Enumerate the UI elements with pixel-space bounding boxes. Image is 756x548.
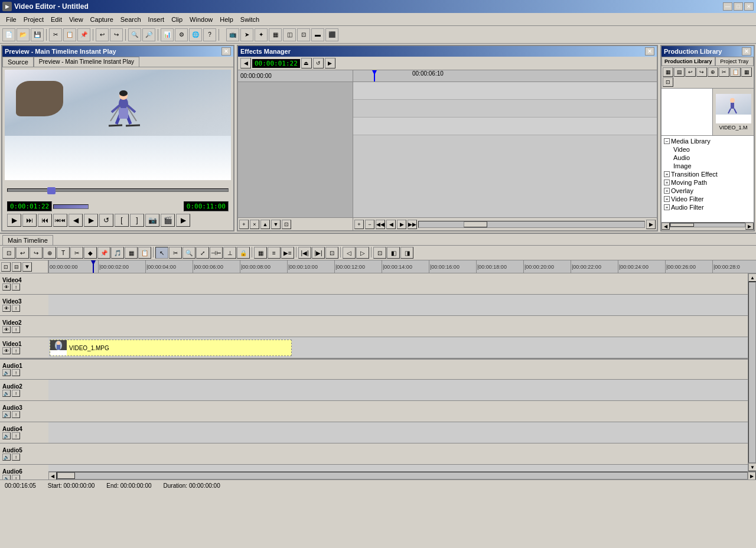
snapshot-button[interactable]: 📷: [145, 214, 159, 227]
tl-split-btn[interactable]: ⊥: [223, 247, 236, 259]
tl-btn-1[interactable]: ⊡: [2, 247, 15, 259]
effects-scroll-prev-btn[interactable]: ◀◀: [376, 220, 385, 229]
track-eye-video2[interactable]: 👁: [2, 326, 11, 333]
track-warn-audio6[interactable]: !: [12, 475, 20, 480]
tab-preview[interactable]: Preview - Main Timeline Instant Play: [34, 57, 139, 67]
new-button[interactable]: 📄: [2, 28, 15, 41]
tl-btn-6[interactable]: ✂: [70, 247, 83, 259]
track-warn-video1[interactable]: !: [12, 347, 20, 354]
track-spk-audio1[interactable]: 🔊: [2, 369, 11, 376]
mark-in-button[interactable]: [: [115, 214, 129, 227]
tab-production-library[interactable]: Production Library: [662, 57, 715, 66]
tl-btn-10[interactable]: ▦: [125, 247, 138, 259]
toolbar-r5[interactable]: ◫: [283, 28, 296, 41]
tl-snap2[interactable]: |▶|: [312, 247, 325, 259]
track-warn-video2[interactable]: !: [12, 326, 20, 333]
video-clip-video1[interactable]: VIDEO_1.MPG: [50, 340, 292, 356]
menu-capture[interactable]: Capture: [87, 15, 117, 24]
hscroll-left-btn[interactable]: ◀: [48, 472, 57, 480]
effects-eject-btn[interactable]: ⏏: [301, 58, 312, 68]
track-spk-audio6[interactable]: 🔊: [2, 475, 11, 480]
tl-zoom-btn[interactable]: 🔍: [183, 247, 195, 259]
maximize-button[interactable]: □: [734, 2, 743, 11]
track-warn-video4[interactable]: !: [12, 283, 20, 291]
tl-lock-btn[interactable]: 🔒: [237, 247, 250, 259]
library-close-button[interactable]: ✕: [742, 47, 751, 56]
effects-play-btn[interactable]: ▶: [325, 58, 335, 68]
lib-scroll-left[interactable]: ◀: [662, 223, 670, 230]
tl-ch3[interactable]: ◨: [400, 247, 413, 259]
hscroll-track[interactable]: [57, 472, 748, 480]
tl-btn-8[interactable]: 📌: [97, 247, 110, 259]
lib-scroll-track[interactable]: [670, 223, 745, 227]
menu-file[interactable]: File: [2, 15, 20, 24]
tl-nav-add[interactable]: ▼: [22, 262, 32, 272]
lib-btn-2[interactable]: ▤: [674, 67, 685, 77]
track-spk-audio4[interactable]: 🔊: [2, 432, 11, 439]
tl-btn-5[interactable]: T: [57, 247, 70, 259]
tree-item-overlay[interactable]: + Overlay: [663, 187, 752, 195]
tree-expand-media[interactable]: −: [664, 138, 670, 144]
paste-button[interactable]: 📌: [77, 28, 90, 41]
tl-btn-9[interactable]: 🎵: [111, 247, 124, 259]
search2-button[interactable]: 🔎: [142, 28, 155, 41]
tl-nav-expand[interactable]: ⊡: [1, 262, 11, 272]
tree-item-media-library[interactable]: − Media Library: [663, 137, 752, 145]
next-frame-button[interactable]: ▶: [84, 214, 98, 227]
tree-expand-moving-path[interactable]: +: [664, 180, 670, 185]
toolbar-r7[interactable]: ▬: [311, 28, 324, 41]
tl-ch2[interactable]: ◧: [387, 247, 400, 259]
toolbar-r2[interactable]: ➤: [240, 28, 253, 41]
menu-project[interactable]: Project: [20, 15, 47, 24]
effects-del-btn[interactable]: ×: [250, 220, 259, 229]
redo-button[interactable]: ↪: [110, 28, 123, 41]
open-button[interactable]: 📂: [17, 28, 30, 41]
cut-button[interactable]: ✂: [49, 28, 62, 41]
tl-btn-4[interactable]: ⊕: [43, 247, 56, 259]
toolbar-r6[interactable]: ⊡: [297, 28, 310, 41]
scrubber-track[interactable]: [7, 188, 229, 192]
effects-add-btn[interactable]: +: [239, 220, 249, 229]
vscroll-up-btn[interactable]: ▲: [748, 273, 756, 282]
minimize-button[interactable]: —: [723, 2, 732, 11]
effects-scroll-sub-btn[interactable]: −: [365, 220, 374, 229]
tl-view3[interactable]: ▶≡: [281, 247, 294, 259]
track-warn-audio5[interactable]: !: [12, 454, 20, 461]
vscroll-down-btn[interactable]: ▼: [748, 463, 756, 471]
tl-trim-btn[interactable]: ⊣⊢: [210, 247, 223, 259]
copy-button[interactable]: 📋: [63, 28, 76, 41]
scrubber-thumb[interactable]: [47, 187, 56, 194]
effects-scroll-next-btn[interactable]: ▶: [397, 220, 406, 229]
timeline-main-tab[interactable]: Main Timeline: [2, 235, 53, 245]
tl-nav-collapse[interactable]: ⊟: [12, 262, 21, 272]
record-button[interactable]: 🎬: [161, 214, 175, 227]
hscroll-right-btn[interactable]: ▶: [748, 472, 756, 480]
tl-dur2[interactable]: ▷: [356, 247, 369, 259]
tl-snap1[interactable]: |◀|: [298, 247, 311, 259]
tree-expand-transition[interactable]: +: [664, 171, 670, 177]
export-button[interactable]: 📊: [161, 28, 174, 41]
save-button[interactable]: 💾: [31, 28, 44, 41]
tree-item-audio-filter[interactable]: + Audio Filter: [663, 203, 752, 211]
scrubber-area[interactable]: [7, 188, 229, 199]
lib-scroll-right[interactable]: ▶: [745, 223, 754, 230]
help-toolbar-button[interactable]: ?: [203, 28, 216, 41]
lib-btn-5[interactable]: ⊕: [708, 67, 718, 77]
tl-select-btn[interactable]: ↖: [155, 247, 168, 259]
tree-item-audio[interactable]: Audio: [663, 154, 752, 162]
loop-button[interactable]: ↺: [99, 214, 113, 227]
track-spk-audio5[interactable]: 🔊: [2, 454, 11, 461]
tl-cut-btn[interactable]: ✂: [169, 247, 182, 259]
lib-btn-8[interactable]: ▦: [741, 67, 752, 77]
effects-grid-btn[interactable]: ⊡: [282, 220, 291, 229]
toolbar-r3[interactable]: ✦: [255, 28, 268, 41]
effects-hscroll[interactable]: [418, 221, 645, 228]
tree-item-image[interactable]: Image: [663, 162, 752, 170]
lib-btn-3[interactable]: ↩: [685, 67, 696, 77]
track-eye-video1[interactable]: 👁: [2, 347, 11, 354]
tree-item-video[interactable]: Video: [663, 145, 752, 154]
internet-button[interactable]: 🌐: [189, 28, 202, 41]
toolbar-r8[interactable]: ⬛: [325, 28, 338, 41]
effects-scroll-next2-btn[interactable]: ▶▶: [408, 220, 417, 229]
tree-expand-audio-filter[interactable]: +: [664, 204, 670, 210]
